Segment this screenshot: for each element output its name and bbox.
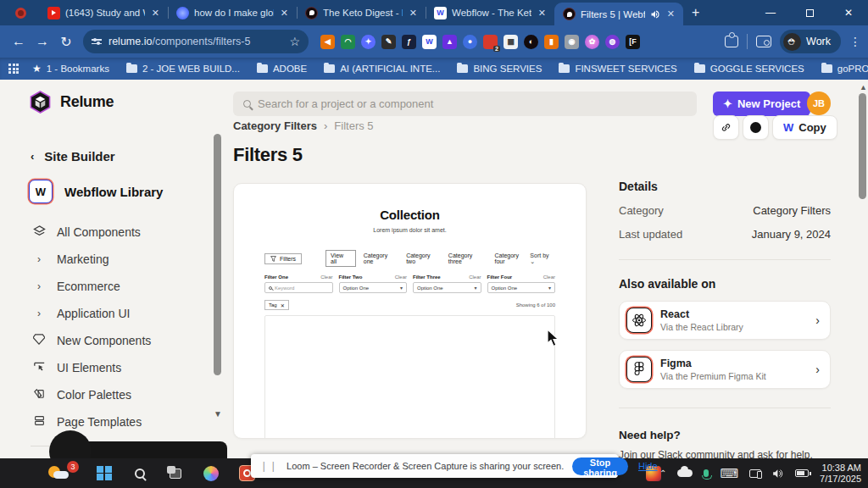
preview-tab-category-one[interactable]: Category one [364, 252, 398, 264]
preview-select[interactable]: Option One▾ [487, 282, 556, 293]
search-tabs-icon[interactable] [756, 36, 771, 47]
url-text[interactable]: relume.io/components/filters-5 [108, 36, 282, 47]
copy-link-button[interactable] [713, 115, 739, 140]
address-bar[interactable]: relume.io/components/filters-5 ☆ [83, 30, 309, 53]
sidebar-item-application-ui[interactable]: › Application UI [0, 300, 214, 327]
tab-close-icon[interactable]: ✕ [150, 8, 161, 19]
extension-icon-2[interactable]: ◠ [341, 35, 355, 49]
close-button[interactable]: ✕ [829, 0, 868, 25]
sidebar-item-all-components[interactable]: All Components [0, 219, 214, 246]
dark-mode-button[interactable] [743, 115, 769, 140]
extension-icon-8[interactable]: ● [463, 35, 477, 49]
platform-card-figma[interactable]: Figma Via the Premium Figma Kit › [619, 350, 831, 389]
browser-tab-3[interactable]: The Keto Digest - Main ✕ [297, 0, 426, 25]
extension-icon-13[interactable]: ◉ [565, 35, 579, 49]
browser-tab-1[interactable]: (1643) Study and Work F ✕ [39, 0, 168, 25]
profile-chip[interactable]: ⛑ Work [780, 30, 841, 53]
preview-keyword-input[interactable]: Keyword [264, 282, 333, 293]
hide-link[interactable]: Hide [638, 461, 658, 471]
close-icon[interactable]: ✕ [281, 302, 285, 308]
bookmark-folder[interactable]: BING SERVIES [452, 64, 547, 74]
sidebar-item-ecommerce[interactable]: › Ecommerce [0, 273, 214, 300]
task-view-button[interactable] [167, 465, 184, 482]
start-button[interactable] [96, 465, 113, 482]
browser-tab-active[interactable]: Filters 5 | Webflow Li ✕ [554, 3, 683, 25]
drag-handle-icon[interactable]: ❘❘ [259, 460, 278, 472]
onedrive-icon[interactable] [677, 469, 693, 477]
clear-link[interactable]: Clear [543, 274, 555, 280]
bookmark-folder[interactable]: GOGGLE SERVICES [689, 64, 810, 74]
extension-icon-11[interactable]: ◐ [524, 35, 538, 49]
extension-icon-7[interactable]: ▲ [442, 35, 457, 49]
bookmark-folder[interactable]: ADOBE [252, 64, 312, 74]
preview-select[interactable]: Option One▾ [339, 282, 408, 293]
bookmark-folder[interactable]: AI (ARTIFICIAL INTE... [319, 64, 445, 74]
sidebar-item-webflow-library[interactable]: W Webflow Library [29, 180, 163, 203]
new-project-button[interactable]: ✦ New Project [713, 92, 810, 116]
taskbar-clock[interactable]: 10:38 AM 7/17/2025 [820, 463, 861, 485]
relume-brand[interactable]: Relume [29, 91, 114, 114]
sidebar-item-color-palettes[interactable]: Color Palettes [0, 381, 214, 408]
sidebar-back-site-builder[interactable]: ‹ Site Builder [31, 149, 115, 164]
extension-icon-12[interactable]: ▮ [544, 35, 559, 49]
clear-link[interactable]: Clear [395, 274, 407, 280]
site-settings-icon[interactable] [92, 39, 102, 44]
bookmark-item[interactable]: ★1 - Bookmarks [27, 63, 114, 75]
battery-icon[interactable] [795, 469, 809, 477]
browser-tab-4[interactable]: W Webflow - The Keto Dig ✕ [426, 0, 554, 25]
tab-close-icon[interactable]: ✕ [279, 8, 290, 19]
sidebar-scrollbar[interactable]: ▼ [214, 134, 221, 473]
preview-tag-chip[interactable]: Tag✕ [264, 300, 289, 310]
scrollbar-thumb[interactable] [859, 93, 866, 199]
keyboard-icon[interactable]: ⌨ [720, 466, 738, 481]
minimize-button[interactable]: — [751, 0, 790, 25]
bookmark-folder[interactable]: FINSWEET SERVICES [554, 64, 682, 74]
chrome-menu-icon[interactable]: ⋮ [849, 35, 861, 48]
apps-grid-icon[interactable] [8, 64, 19, 74]
extension-icon-15[interactable]: ◍ [605, 35, 620, 49]
sidebar-item-page-templates[interactable]: Page Templates [0, 408, 214, 435]
extension-icon-14[interactable]: ✿ [585, 35, 599, 49]
copy-to-webflow-button[interactable]: W Copy [772, 115, 837, 140]
copilot-button[interactable] [203, 465, 220, 482]
taskbar-search-button[interactable] [131, 465, 148, 482]
extensions-puzzle-icon[interactable] [725, 36, 738, 47]
user-avatar[interactable]: JB [807, 92, 831, 115]
restore-button[interactable] [790, 0, 829, 25]
cast-display-icon[interactable] [749, 469, 761, 478]
clear-link[interactable]: Clear [469, 274, 481, 280]
preview-select[interactable]: Option One▾ [413, 282, 481, 293]
clear-link[interactable]: Clear [320, 274, 332, 280]
widgets-button[interactable]: 3 [47, 463, 81, 485]
extension-icon-16[interactable]: [F [626, 35, 640, 49]
new-tab-button[interactable]: + [692, 5, 699, 20]
tab-close-icon[interactable]: ✕ [408, 8, 419, 19]
tray-chevron-icon[interactable]: ⌃ [659, 469, 666, 478]
speaker-icon[interactable] [772, 469, 784, 479]
back-button[interactable]: ← [7, 34, 31, 49]
page-scrollbar[interactable]: ▲ [859, 83, 866, 488]
extension-icon-3[interactable]: ✦ [361, 35, 376, 49]
extension-icon-4[interactable]: ✎ [381, 35, 396, 49]
forward-button[interactable]: → [31, 34, 54, 49]
reload-button[interactable]: ↻ [54, 34, 78, 50]
bookmark-star-icon[interactable]: ☆ [289, 35, 300, 48]
bookmark-folder[interactable]: 2 - JOE WEB BUILD... [121, 64, 245, 74]
scrollbar-thumb[interactable] [214, 134, 221, 375]
preview-tab-category-two[interactable]: Category two [406, 252, 441, 264]
preview-tab-view-all[interactable]: View all [326, 250, 356, 267]
scrollbar-down-arrow[interactable]: ▼ [214, 409, 222, 419]
bookmark-folder[interactable]: goPROSPERO [816, 64, 868, 74]
microphone-icon[interactable] [704, 469, 709, 477]
global-search-input[interactable]: Search for a project or a component [233, 92, 697, 116]
stop-sharing-button[interactable]: Stop sharing [572, 458, 628, 475]
tab-close-icon[interactable]: ✕ [537, 8, 548, 19]
extension-icon-10[interactable]: ▦ [504, 35, 518, 49]
sidebar-item-ui-elements[interactable]: UI Elements [0, 354, 214, 381]
preview-sort-dropdown[interactable]: Sort by ⌄ [530, 252, 555, 265]
preview-tab-category-four[interactable]: Category four [495, 252, 531, 264]
sidebar-item-new-components[interactable]: New Components [0, 327, 214, 354]
extension-icon-1[interactable]: ◀ [320, 35, 335, 49]
preview-filters-button[interactable]: Filters [264, 253, 302, 264]
breadcrumb-parent[interactable]: Category Filters [233, 119, 317, 132]
